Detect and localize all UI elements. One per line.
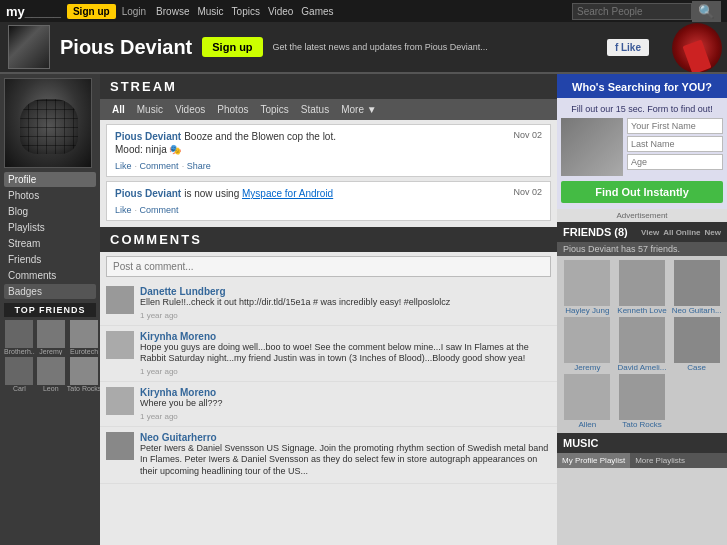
comment-1-text: Ellen Rule!!..check it out http://dir.tl… [140,297,450,309]
comment-item-4: Neo Guitarherro Peter Iwers & Daniel Sve… [100,427,557,484]
last-name-input[interactable] [627,136,723,152]
music-tabs: My Profile Playlist More Playlists [557,453,727,468]
top-friend-3[interactable]: Eurotech [67,320,100,355]
post-1-share[interactable]: Share [187,161,211,171]
stream-post-2: Nov 02 Pious Deviant is now using Myspac… [106,181,551,221]
friend-tato[interactable]: Tato Rocks [616,374,669,429]
friend-david[interactable]: David Ameli... [616,317,669,372]
friends-count: Pious Deviant has 57 friends. [557,242,727,256]
post-1-like[interactable]: Like [115,161,132,171]
advertisement-label: Advertisement [557,209,727,222]
find-out-button[interactable]: Find Out Instantly [561,181,723,203]
top-friend-1[interactable]: Brotherh.. [4,320,35,355]
post-2-date: Nov 02 [513,187,542,197]
post-1-comment[interactable]: Comment [140,161,179,171]
friends-view-link[interactable]: View [641,228,659,237]
comment-1-author[interactable]: Danette Lundberg [140,286,450,297]
tab-videos[interactable]: Videos [169,102,211,117]
friend-allen[interactable]: Allen [561,374,614,429]
whos-searching-subtitle: Fill out our 15 sec. Form to find out! [561,104,723,114]
search-button[interactable]: 🔍 [692,1,721,22]
signup-button-top[interactable]: Sign up [67,4,116,19]
profile-picture [4,78,92,168]
tab-photos[interactable]: Photos [211,102,254,117]
sidebar-item-friends[interactable]: Friends [4,252,96,267]
sidebar-item-comments[interactable]: Comments [4,268,96,283]
age-input[interactable] [627,154,723,170]
sidebar-item-playlists[interactable]: Playlists [4,220,96,235]
nav-video[interactable]: Video [268,6,293,17]
friend-jeremy[interactable]: Jeremy [561,317,614,372]
main-content: Profile Photos Blog Playlists Stream Fri… [0,74,727,545]
tab-music[interactable]: Music [131,102,169,117]
comment-item-3: Kirynha Moreno Where you be all??? 1 yea… [100,382,557,427]
post-1-author[interactable]: Pious Deviant [115,131,181,142]
first-name-input[interactable] [627,118,723,134]
right-sidebar: Who's Searching for YOU? Fill out our 15… [557,74,727,545]
comment-2-time: 1 year ago [140,367,551,376]
nav-music[interactable]: Music [197,6,223,17]
sidebar-item-badges[interactable]: Badges [4,284,96,299]
tab-topics[interactable]: Topics [254,102,294,117]
profile-banner: Pious Deviant Sign up Get the latest new… [0,22,727,74]
android-link[interactable]: Myspace for Android [242,188,333,199]
music-header: MUSIC [557,433,727,453]
post-2-comment[interactable]: Comment [140,205,179,215]
tab-status[interactable]: Status [295,102,335,117]
comment-input[interactable] [106,256,551,277]
friend-case[interactable]: Case [670,317,723,372]
post-2-actions: Like · Comment [115,203,542,215]
search-input[interactable] [572,3,692,20]
top-friends-grid: Brotherh.. Jeremy Eurotech Carl Leon Tat… [4,320,96,392]
sidebar-item-profile[interactable]: Profile [4,172,96,187]
post-1-mood: Mood: ninja 🎭 [115,144,542,155]
tab-more[interactable]: More ▼ [335,102,382,117]
sidebar-item-blog[interactable]: Blog [4,204,96,219]
whos-searching-photo [561,118,623,176]
friend-hayley[interactable]: Hayley Jung [561,260,614,315]
comment-4-author[interactable]: Neo Guitarherro [140,432,551,443]
comment-2-author[interactable]: Kirynha Moreno [140,331,551,342]
banner-tagline: Get the latest news and updates from Pio… [273,42,488,52]
whos-searching-body: Fill out our 15 sec. Form to find out! F… [557,98,727,209]
post-1-date: Nov 02 [513,130,542,140]
post-2-like[interactable]: Like [115,205,132,215]
post-1-text: Booze and the Blowen cop the lot. [184,131,336,142]
stream-header: STREAM [100,74,557,99]
signup-button-banner[interactable]: Sign up [202,37,262,57]
top-friend-2[interactable]: Jeremy [37,320,65,355]
comment-1-avatar [106,286,134,314]
comments-header: COMMENTS [100,227,557,252]
top-friend-5[interactable]: Leon [37,357,65,392]
comment-3-text: Where you be all??? [140,398,223,410]
sidebar-item-photos[interactable]: Photos [4,188,96,203]
post-2-author[interactable]: Pious Deviant [115,188,181,199]
music-tab-playlist[interactable]: My Profile Playlist [557,453,630,468]
left-sidebar: Profile Photos Blog Playlists Stream Fri… [0,74,100,545]
comment-3-author[interactable]: Kirynha Moreno [140,387,223,398]
friend-kenneth[interactable]: Kenneth Love [616,260,669,315]
friend-neo[interactable]: Neo Guitarh... [670,260,723,315]
whos-searching-header: Who's Searching for YOU? [557,74,727,98]
comment-4-text: Peter Iwers & Daniel Svensson US Signage… [140,443,551,478]
comment-item-2: Kirynha Moreno Hope you guys are doing w… [100,326,557,382]
login-link[interactable]: Login [122,6,146,17]
tab-all[interactable]: All [106,102,131,117]
top-friend-4[interactable]: Carl [4,357,35,392]
stream-tabs: All Music Videos Photos Topics Status Mo… [100,99,557,120]
comment-3-time: 1 year ago [140,412,223,421]
friends-online-link[interactable]: All Online [663,228,700,237]
top-friend-6[interactable]: Tato Rocks [67,357,100,392]
comment-2-text: Hope you guys are doing well...boo to wo… [140,342,551,365]
whos-searching-title: Who's Searching for YOU? [561,80,723,94]
friends-new-link[interactable]: New [705,228,721,237]
nav-games[interactable]: Games [301,6,333,17]
comment-item-1: Danette Lundberg Ellen Rule!!..check it … [100,281,557,326]
sidebar-item-stream[interactable]: Stream [4,236,96,251]
friends-grid: Hayley Jung Kenneth Love Neo Guitarh... … [557,256,727,433]
logo: my_____ [6,4,61,19]
fb-like-button[interactable]: f Like [607,39,649,56]
nav-browse[interactable]: Browse [156,6,189,17]
nav-topics[interactable]: Topics [232,6,260,17]
music-tab-more[interactable]: More Playlists [630,453,690,468]
